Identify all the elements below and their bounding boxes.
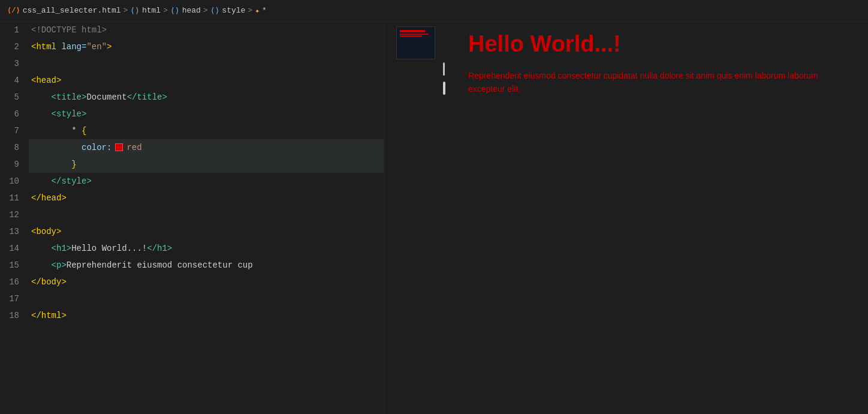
line-num-12: 12 bbox=[0, 206, 29, 223]
color-swatch-red bbox=[115, 143, 123, 151]
scroll-cursor-thick bbox=[443, 82, 445, 95]
line-num-14: 14 bbox=[0, 240, 29, 257]
code-line-18: </html> bbox=[29, 307, 384, 324]
line-num-2: 2 bbox=[0, 38, 29, 55]
breadcrumb-html[interactable]: ⟨⟩ html bbox=[130, 6, 161, 16]
code-line-11: </head> bbox=[29, 190, 384, 206]
thumb-line-1 bbox=[400, 30, 425, 32]
breadcrumb-file[interactable]: ⟨/⟩ css_all_selecter.html bbox=[7, 6, 120, 15]
token-doctype: <!DOCTYPE html> bbox=[31, 22, 107, 38]
code-line-9: } bbox=[29, 156, 384, 173]
line-num-9: 9 bbox=[0, 156, 29, 173]
thumb-line-3 bbox=[400, 35, 422, 37]
token-style-close: </style> bbox=[31, 173, 92, 190]
thumb-line-2 bbox=[400, 34, 429, 35]
preview-heading: Hello World...! bbox=[468, 31, 844, 57]
token-style-open: <style> bbox=[31, 106, 86, 122]
token-html-open: <html bbox=[31, 38, 56, 55]
preview-panel: Hello World...! Reprehenderit eiusmod co… bbox=[384, 22, 868, 414]
token-head-close: </head> bbox=[31, 190, 67, 206]
head-tag-icon: ⟨⟩ bbox=[170, 6, 180, 16]
breadcrumb-head[interactable]: ⟨⟩ head bbox=[170, 6, 201, 16]
token-lang-val: "en" bbox=[86, 38, 107, 55]
code-line-13: <body> bbox=[29, 223, 384, 240]
code-line-4: <head> bbox=[29, 72, 384, 89]
scroll-cursor-thin bbox=[443, 62, 445, 76]
code-line-6: <style> bbox=[29, 106, 384, 122]
breadcrumb-filename: css_all_selecter.html bbox=[23, 6, 121, 15]
breadcrumb-sep-4: > bbox=[248, 6, 252, 15]
code-line-2: <html lang="en"> bbox=[29, 38, 384, 55]
breadcrumb-sep-2: > bbox=[163, 6, 168, 15]
html-tag-icon: ⟨⟩ bbox=[130, 6, 140, 16]
token-html-close: > bbox=[107, 38, 111, 55]
breadcrumb-selector[interactable]: ✦ * bbox=[255, 6, 267, 16]
style-tag-icon: ⟨⟩ bbox=[210, 6, 220, 16]
line-num-7: 7 bbox=[0, 122, 29, 139]
file-icon: ⟨/⟩ bbox=[7, 6, 20, 15]
line-num-8: 8 bbox=[0, 139, 29, 156]
breadcrumb-head-label: head bbox=[182, 6, 201, 15]
code-line-12 bbox=[29, 206, 384, 223]
line-num-17: 17 bbox=[0, 290, 29, 307]
token-h1-close: </h1> bbox=[147, 240, 172, 257]
code-container: 1 2 3 4 5 6 7 8 9 10 11 12 13 14 15 16 1… bbox=[0, 22, 384, 414]
token-title-open: <title> bbox=[31, 89, 86, 106]
code-line-15: <p>Reprehenderit eiusmod consectetur cup bbox=[29, 257, 384, 274]
code-line-10: </style> bbox=[29, 173, 384, 190]
code-line-5: <title>Document</title> bbox=[29, 89, 384, 106]
breadcrumb-modified: * bbox=[262, 6, 267, 15]
token-brace-close: } bbox=[31, 156, 77, 173]
preview-content-area: Hello World...! Reprehenderit eiusmod co… bbox=[384, 22, 868, 108]
line-num-13: 13 bbox=[0, 223, 29, 240]
line-num-16: 16 bbox=[0, 274, 29, 290]
breadcrumb-sep-1: > bbox=[123, 6, 128, 15]
token-brace-open: { bbox=[82, 122, 86, 139]
line-num-11: 11 bbox=[0, 190, 29, 206]
token-html-end: </html> bbox=[31, 307, 67, 324]
main-area: 1 2 3 4 5 6 7 8 9 10 11 12 13 14 15 16 1… bbox=[0, 22, 868, 414]
code-line-1: <!DOCTYPE html> bbox=[29, 22, 384, 38]
code-line-17 bbox=[29, 290, 384, 307]
preview-thumbnail bbox=[396, 26, 435, 59]
code-lines[interactable]: <!DOCTYPE html> <html lang="en"> <head> … bbox=[29, 22, 384, 414]
token-head-open: <head> bbox=[31, 72, 61, 89]
line-num-18: 18 bbox=[0, 307, 29, 324]
line-num-6: 6 bbox=[0, 106, 29, 122]
token-p-open: <p> bbox=[31, 257, 67, 274]
selector-icon: ✦ bbox=[255, 6, 260, 16]
code-line-3 bbox=[29, 55, 384, 72]
breadcrumb-bar: ⟨/⟩ css_all_selecter.html > ⟨⟩ html > ⟨⟩… bbox=[0, 0, 868, 22]
scroll-indicator-area bbox=[443, 62, 445, 95]
breadcrumb-sep-3: > bbox=[203, 6, 208, 15]
token-p-text: Reprehenderit eiusmod consectetur cup bbox=[67, 257, 253, 274]
line-num-10: 10 bbox=[0, 173, 29, 190]
token-color-prop: color: bbox=[31, 139, 111, 156]
editor-panel[interactable]: 1 2 3 4 5 6 7 8 9 10 11 12 13 14 15 16 1… bbox=[0, 22, 384, 414]
breadcrumb-style-label: style bbox=[222, 6, 245, 15]
line-num-5: 5 bbox=[0, 89, 29, 106]
line-numbers: 1 2 3 4 5 6 7 8 9 10 11 12 13 14 15 16 1… bbox=[0, 22, 29, 414]
token-lang-attr: lang= bbox=[56, 38, 86, 55]
code-line-8: color:red bbox=[29, 139, 384, 156]
code-line-14: <h1>Hello World...!</h1> bbox=[29, 240, 384, 257]
line-num-1: 1 bbox=[0, 22, 29, 38]
token-h1-text: Hello World...! bbox=[71, 240, 147, 257]
line-num-3: 3 bbox=[0, 55, 29, 72]
token-body-open: <body> bbox=[31, 223, 61, 240]
line-num-15: 15 bbox=[0, 257, 29, 274]
breadcrumb-html-label: html bbox=[142, 6, 161, 15]
code-line-16: </body> bbox=[29, 274, 384, 290]
token-body-close: </body> bbox=[31, 274, 67, 290]
token-title-text: Document bbox=[86, 89, 126, 106]
code-line-7: * { bbox=[29, 122, 384, 139]
token-selector-star: * bbox=[31, 122, 82, 139]
breadcrumb-style[interactable]: ⟨⟩ style bbox=[210, 6, 246, 16]
preview-paragraph: Reprehenderit eiusmod consectetur cupida… bbox=[468, 69, 840, 96]
token-color-val: red bbox=[126, 139, 141, 156]
line-num-4: 4 bbox=[0, 72, 29, 89]
token-h1-open: <h1> bbox=[31, 240, 71, 257]
token-title-close: </title> bbox=[127, 89, 167, 106]
